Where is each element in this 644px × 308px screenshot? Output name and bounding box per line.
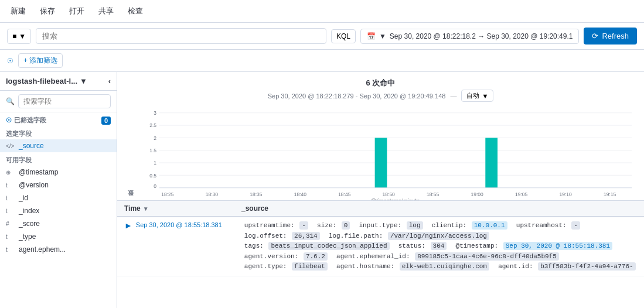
save-button[interactable]: 保存: [36, 4, 59, 19]
field-name-label: _score: [19, 220, 40, 228]
field-name-label: @version: [19, 181, 49, 189]
histogram-chart: 6 次命中 Sep 30, 2020 @ 18:22:18.279 - Sep …: [117, 72, 644, 201]
field-search-input[interactable]: [18, 94, 111, 108]
selected-section-label-row: 选定字段: [0, 126, 117, 139]
field-name-label: agent.ephem...: [19, 245, 66, 254]
new-button[interactable]: 新建: [7, 4, 29, 19]
field-name-label: @timestamp: [19, 168, 59, 176]
tag: b3ff583b-f4f2-4a94-a776-: [538, 262, 635, 271]
row-time-cell: Sep 30, 2020 @ 18:55:18.381: [136, 221, 244, 228]
tag: 26,314: [292, 232, 320, 240]
selected-section-label: 选定字段: [6, 129, 32, 138]
search-row: ■ ▼ KQL 📅 ▼ Sep 30, 2020 @ 18:22:18.2 → …: [0, 23, 644, 50]
available-field-item[interactable]: #_score: [0, 217, 117, 230]
chart-container: 数量 3 2.5 2 1.5 1: [127, 107, 635, 200]
chart-date-range: Sep 30, 2020 @ 18:22:18.279 - Sep 30, 20…: [268, 93, 446, 100]
index-pattern-header: logstash-filebeat-l... ▼ ‹: [0, 72, 117, 91]
sidebar-collapse-icon[interactable]: ‹: [108, 77, 111, 85]
kql-button[interactable]: KQL: [331, 29, 356, 43]
inspect-button[interactable]: 检查: [124, 4, 146, 19]
selected-fields-label: 已筛选字段: [14, 116, 101, 125]
tag: filebeat: [292, 262, 328, 271]
available-field-item[interactable]: tagent.ephem...: [0, 243, 117, 256]
chart-title: 6 次命中: [127, 78, 635, 88]
field-type-badge: ⊕: [6, 169, 15, 176]
date-range-text: Sep 30, 2020 @ 18:22:18.2 → Sep 30, 2020…: [390, 32, 573, 40]
selected-fields-icon: ☉: [6, 117, 12, 124]
svg-text:18:25: 18:25: [161, 191, 173, 197]
time-header-label: Time: [124, 204, 141, 213]
available-section-label: 可用字段: [6, 156, 32, 165]
selected-fields-section: ☉ 已筛选字段 0: [0, 112, 117, 126]
search-input-wrap: [36, 28, 326, 44]
tag: -: [571, 221, 580, 230]
svg-text:1: 1: [154, 160, 156, 166]
tag: log: [407, 221, 423, 230]
filter-row: ☉ + 添加筛选: [0, 50, 644, 72]
main-content-area: 6 次命中 Sep 30, 2020 @ 18:22:18.279 - Sep …: [117, 72, 644, 308]
svg-text:18:55: 18:55: [427, 191, 439, 197]
field-type-badge: t: [6, 234, 15, 240]
svg-text:18:45: 18:45: [338, 191, 350, 197]
svg-rect-14: [485, 138, 498, 187]
search-icon: 🔍: [6, 97, 15, 105]
tag: 0: [342, 221, 350, 230]
available-field-item[interactable]: ⊕@timestamp: [0, 166, 117, 179]
svg-text:1.5: 1.5: [149, 147, 156, 153]
svg-text:2.5: 2.5: [149, 122, 156, 129]
tag: /var/log/nginx/access.log: [388, 232, 489, 240]
search-input[interactable]: [42, 32, 320, 40]
svg-text:2: 2: [154, 135, 156, 141]
chevron-down-icon: ▼: [19, 32, 26, 40]
field-name-label: _index: [19, 207, 39, 215]
available-field-item[interactable]: t@version: [0, 179, 117, 191]
available-field-item[interactable]: t_id: [0, 191, 117, 204]
share-button[interactable]: 共享: [95, 4, 117, 19]
main-content: logstash-filebeat-l... ▼ ‹ 🔍 ☉ 已筛选字段 0 选…: [0, 72, 644, 308]
svg-text:18:30: 18:30: [206, 191, 218, 197]
auto-label: 自动: [466, 91, 479, 100]
tag: 7.6.2: [304, 252, 328, 261]
chart-subtitle: Sep 30, 2020 @ 18:22:18.279 - Sep 30, 20…: [127, 90, 635, 102]
svg-text:@timestamp/minute: @timestamp/minute: [371, 198, 420, 200]
selected-fields-badge: 0: [101, 117, 111, 125]
chart-inner: 3 2.5 2 1.5 1 0.5 0 18:25: [137, 107, 635, 200]
field-type-badge: #: [6, 221, 15, 227]
available-field-item[interactable]: t_type: [0, 230, 117, 243]
index-selector-button[interactable]: ■ ▼: [7, 29, 31, 44]
field-type-badge: t: [6, 195, 15, 201]
sort-icon[interactable]: ▼: [143, 206, 149, 212]
index-pattern-name: logstash-filebeat-l... ▼: [6, 77, 87, 85]
field-type-badge: t: [6, 247, 15, 253]
tag: beats_input_codec_json_applied: [268, 242, 389, 250]
auto-interval-button[interactable]: 自动 ▼: [461, 90, 493, 102]
svg-text:18:35: 18:35: [250, 191, 262, 197]
field-type-badge: t: [6, 208, 15, 214]
time-column-header: Time ▼: [124, 204, 241, 213]
tag: 10.0.0.1: [472, 221, 507, 230]
field-name-label: _id: [19, 194, 28, 202]
sidebar: logstash-filebeat-l... ▼ ‹ 🔍 ☉ 已筛选字段 0 选…: [0, 72, 117, 308]
field-type-badge: t: [6, 182, 15, 189]
svg-text:0: 0: [154, 183, 156, 189]
open-button[interactable]: 打开: [66, 4, 88, 19]
svg-text:18:50: 18:50: [383, 191, 395, 197]
tag: elk-web1.cuiqinghe.com: [400, 262, 489, 271]
field-name-label: _type: [19, 232, 36, 241]
date-range-picker[interactable]: 📅 ▼ Sep 30, 2020 @ 18:22:18.2 → Sep 30, …: [360, 29, 580, 44]
available-field-item[interactable]: t_index: [0, 204, 117, 217]
refresh-label: Refresh: [602, 32, 629, 40]
table-header-row: Time ▼ _source: [117, 201, 644, 217]
svg-text:19:05: 19:05: [515, 191, 527, 197]
svg-text:18:40: 18:40: [294, 191, 306, 197]
tag: -: [299, 221, 308, 230]
add-filter-button[interactable]: + 添加筛选: [18, 53, 63, 68]
available-fields-list: ⊕@timestampt@versiont_idt_index#_scoret_…: [0, 166, 117, 256]
expand-row-button[interactable]: ►: [124, 221, 132, 230]
refresh-button[interactable]: ⟳ Refresh: [584, 28, 637, 45]
table-row: ► Sep 30, 2020 @ 18:55:18.381 upstreamti…: [117, 217, 644, 276]
refresh-icon: ⟳: [592, 32, 598, 40]
chevron-down-icon: ▼: [80, 77, 87, 85]
source-field-item[interactable]: </> _source: [0, 139, 117, 152]
filter-icon: ☉: [7, 57, 13, 65]
